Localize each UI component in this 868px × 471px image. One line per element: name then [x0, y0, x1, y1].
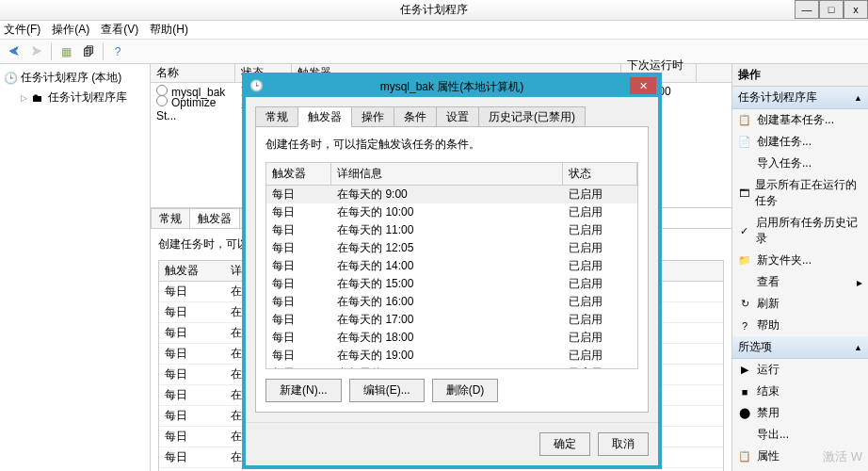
dialog-titlebar[interactable]: 🕒 mysql_bak 属性(本地计算机) ✕ — [246, 76, 658, 97]
action-label: 启用所有任务历史记录 — [756, 215, 862, 247]
forward-icon: ⮞ — [31, 45, 42, 58]
actions-title: 操作 — [732, 64, 868, 87]
trigger-row[interactable]: 每日在每天的 15:00已启用 — [266, 275, 637, 293]
close-button[interactable]: x — [844, 0, 868, 19]
trigger-row[interactable]: 每日在每天的 17:00已启用 — [266, 311, 637, 329]
action-label: 创建基本任务... — [757, 112, 834, 128]
action-label: 导出... — [757, 427, 789, 443]
actions-pane: 操作 任务计划程序库 ▲ 📋创建基本任务...📄创建任务...导入任务...🗔显… — [731, 64, 868, 471]
trigger-row[interactable]: 每日在每天的 20:00已启用 — [266, 365, 637, 369]
action-label: 结束 — [757, 383, 780, 399]
toolbar-action-button[interactable]: ▦ — [56, 41, 76, 62]
back-button[interactable]: ⮜ — [4, 41, 24, 62]
trigger-row[interactable]: 每日在每天的 18:00已启用 — [266, 329, 637, 347]
action-item[interactable]: 导出... — [732, 424, 868, 446]
dialog-tab[interactable]: 条件 — [394, 106, 437, 127]
action-icon: 📄 — [738, 136, 751, 149]
back-icon: ⮜ — [8, 45, 20, 58]
trigger-row[interactable]: 每日在每天的 19:00已启用 — [266, 347, 637, 365]
cancel-button[interactable]: 取消 — [598, 432, 649, 456]
detail-tab[interactable]: 触发器 — [189, 208, 240, 228]
action-icon: ⬤ — [738, 407, 751, 420]
forward-button[interactable]: ⮞ — [26, 41, 47, 62]
action-icon: 📋 — [738, 450, 751, 463]
detail-tab[interactable]: 常规 — [151, 208, 190, 228]
maximize-button[interactable]: □ — [819, 0, 844, 19]
action-item[interactable]: 🗔显示所有正在运行的任务 — [732, 174, 868, 212]
trigger-row[interactable]: 每日在每天的 16:00已启用 — [266, 293, 637, 311]
action-item[interactable]: ↻刷新 — [732, 293, 868, 315]
new-trigger-button[interactable]: 新建(N)... — [265, 379, 342, 402]
action-item[interactable]: ⬤禁用 — [732, 402, 868, 424]
ok-button[interactable]: 确定 — [539, 432, 590, 456]
action-icon — [738, 157, 751, 171]
action-label: 刷新 — [757, 296, 780, 312]
action-item[interactable]: 查看▸ — [732, 271, 868, 293]
dialog-tab[interactable]: 历史记录(已禁用) — [478, 106, 586, 127]
action-item[interactable]: 📄创建任务... — [732, 131, 868, 153]
action-icon: ▶ — [738, 364, 751, 377]
actions-group-selection: 所选项 ▲ — [732, 336, 868, 359]
action-label: 显示所有正在运行的任务 — [755, 177, 862, 209]
minimize-button[interactable]: — — [795, 0, 819, 19]
tree-library-label: 任务计划程序库 — [48, 89, 127, 106]
dlg-col-detail[interactable]: 详细信息 — [331, 163, 563, 185]
trigger-row[interactable]: 每日在每天的 12:05已启用 — [266, 239, 637, 257]
action-item[interactable]: ✖删除 — [732, 467, 868, 471]
action-icon: 🗔 — [738, 187, 749, 200]
menu-help[interactable]: 帮助(H) — [150, 22, 188, 38]
edit-trigger-button[interactable]: 编辑(E)... — [349, 379, 425, 402]
toolbar-help-button[interactable]: ? — [107, 41, 128, 62]
refresh-icon: 🗐 — [83, 45, 94, 58]
window-title: 任务计划程序 — [400, 2, 468, 18]
menu-view[interactable]: 查看(V) — [101, 22, 138, 38]
action-icon — [738, 276, 751, 289]
action-label: 查看 — [757, 274, 780, 290]
dlg-col-trigger[interactable]: 触发器 — [266, 163, 331, 185]
menubar: 文件(F) 操作(A) 查看(V) 帮助(H) — [0, 21, 868, 40]
action-icon: ▦ — [61, 45, 72, 58]
col-name[interactable]: 名称 — [151, 64, 235, 82]
dialog-close-button[interactable]: ✕ — [630, 77, 656, 94]
trigger-row[interactable]: 每日在每天的 10:00已启用 — [266, 203, 637, 221]
action-label: 禁用 — [757, 405, 780, 421]
trigger-row[interactable]: 每日在每天的 14:00已启用 — [266, 257, 637, 275]
trigger-row[interactable]: 每日在每天的 11:00已启用 — [266, 221, 637, 239]
chevron-right-icon: ▸ — [857, 276, 862, 289]
action-label: 创建任务... — [757, 134, 812, 150]
action-item[interactable]: 📁新文件夹... — [732, 250, 868, 271]
action-icon — [738, 429, 751, 442]
action-item[interactable]: ▶运行 — [732, 359, 868, 381]
action-item[interactable]: 导入任务... — [732, 153, 868, 174]
dlg-col-status[interactable]: 状态 — [563, 163, 637, 185]
trigger-row[interactable]: 每日在每天的 9:00已启用 — [266, 186, 637, 203]
collapse-icon[interactable]: ▲ — [854, 93, 862, 103]
dialog-tab[interactable]: 常规 — [255, 106, 298, 127]
tree-root[interactable]: 🕒 任务计划程序 (本地) — [4, 68, 146, 88]
action-icon: 📋 — [738, 114, 751, 127]
menu-action[interactable]: 操作(A) — [52, 22, 89, 38]
dialog-tab[interactable]: 操作 — [351, 106, 394, 127]
action-item[interactable]: ?帮助 — [732, 315, 868, 336]
action-item[interactable]: 📋创建基本任务... — [732, 109, 868, 131]
dialog-description: 创建任务时，可以指定触发该任务的条件。 — [265, 137, 638, 153]
dialog-tab[interactable]: 设置 — [436, 106, 479, 127]
action-icon: ? — [738, 319, 751, 333]
activation-watermark: 激活 W — [823, 448, 862, 465]
trigger-table: 触发器 详细信息 状态 每日在每天的 9:00已启用每日在每天的 10:00已启… — [265, 162, 638, 369]
collapse-icon[interactable]: ▲ — [854, 343, 862, 352]
window-titlebar: 任务计划程序 — □ x — [0, 0, 868, 21]
toolbar-refresh-button[interactable]: 🗐 — [78, 41, 99, 62]
action-label: 导入任务... — [757, 155, 812, 171]
toolbar: ⮜ ⮞ ▦ 🗐 ? — [0, 40, 868, 64]
menu-file[interactable]: 文件(F) — [4, 22, 40, 38]
action-icon: ■ — [738, 385, 751, 398]
tree-library[interactable]: ▷ 🖿 任务计划程序库 — [4, 88, 146, 107]
dialog-tab[interactable]: 触发器 — [297, 106, 352, 127]
action-item[interactable]: ■结束 — [732, 381, 868, 402]
bp-col-trigger[interactable]: 触发器 — [159, 261, 225, 281]
action-icon: ✓ — [738, 224, 750, 237]
action-icon: 📁 — [738, 254, 751, 268]
action-item[interactable]: ✓启用所有任务历史记录 — [732, 212, 868, 250]
delete-trigger-button[interactable]: 删除(D) — [432, 379, 499, 402]
